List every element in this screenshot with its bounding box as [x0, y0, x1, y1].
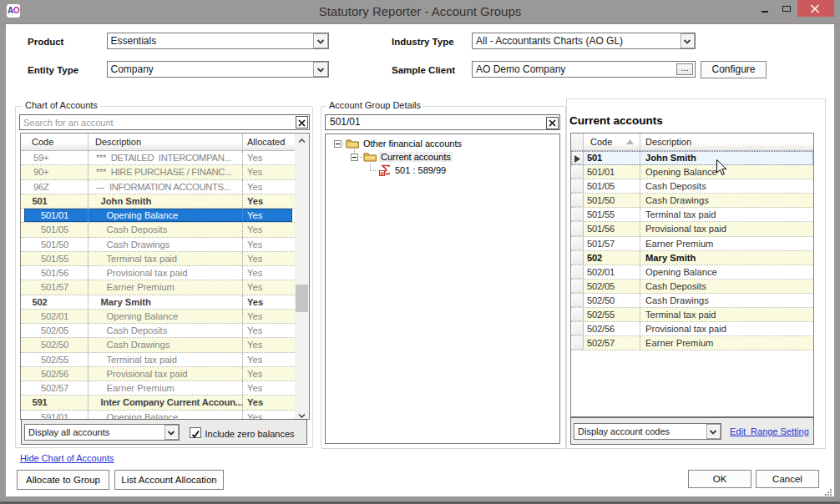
svg-text:M: M: [380, 171, 384, 176]
